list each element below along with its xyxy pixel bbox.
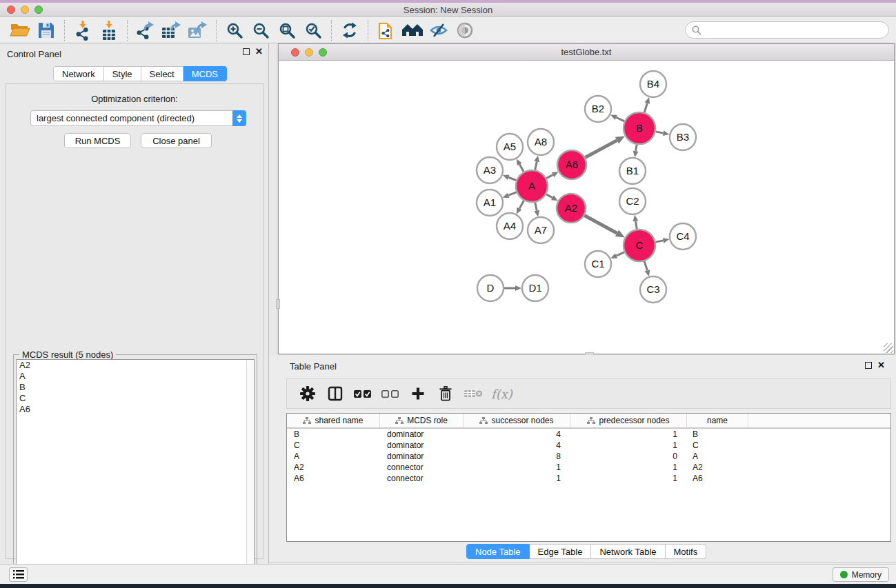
edge-A-A8[interactable]	[535, 161, 537, 170]
hide-details-icon[interactable]	[426, 19, 452, 41]
delete-column-icon[interactable]	[433, 382, 458, 405]
export-network-icon[interactable]	[132, 19, 159, 41]
show-graphics-icon[interactable]	[452, 19, 478, 41]
export-table-icon[interactable]	[159, 19, 185, 41]
main-toolbar	[0, 17, 896, 43]
edge-B-B4[interactable]	[644, 103, 647, 112]
arrowhead-icon	[663, 130, 670, 137]
tab-motifs[interactable]: Motifs	[666, 544, 707, 559]
edge-A2-C[interactable]	[584, 216, 617, 234]
table-row[interactable]: Bdominator41B	[287, 429, 890, 440]
tab-network-table[interactable]: Network Table	[591, 544, 665, 559]
tab-style[interactable]: Style	[104, 66, 141, 81]
export-image-icon[interactable]	[185, 19, 211, 41]
deselect-all-icon[interactable]	[378, 382, 403, 405]
table-cell: 1	[570, 474, 687, 483]
run-mcds-button[interactable]: Run MCDS	[64, 133, 131, 148]
column-header-MCDS-role[interactable]: MCDS role	[380, 414, 464, 427]
select-all-icon[interactable]	[350, 382, 375, 405]
splitter-handle[interactable]	[276, 299, 280, 309]
zoom-in-icon[interactable]	[221, 19, 248, 41]
add-column-icon[interactable]	[406, 382, 430, 405]
close-panel-icon[interactable]: ✕	[255, 48, 263, 55]
table-cell: A2	[687, 463, 748, 472]
node-label-B3: B3	[677, 131, 689, 143]
table-row[interactable]: A2connector11A2	[287, 462, 890, 473]
close-panel-button[interactable]: Close panel	[141, 133, 212, 148]
node-label-A7: A7	[535, 224, 547, 236]
task-history-button[interactable]	[9, 567, 28, 582]
edge-C-C3[interactable]	[644, 261, 647, 270]
edge-C-C4[interactable]	[656, 241, 664, 242]
network-canvas[interactable]: B4B2BB3A8A5A6A3B1AC2A1A2A4A7C4CC1C3DD1	[279, 61, 894, 354]
import-network-icon[interactable]	[70, 19, 96, 41]
table-row[interactable]: A6connector11A6	[287, 473, 890, 484]
column-header-successor-nodes[interactable]: successor nodes	[464, 414, 570, 427]
table-row[interactable]: Adominator80A	[287, 451, 890, 462]
open-file-icon[interactable]	[7, 19, 33, 41]
result-list-item[interactable]: B	[17, 382, 254, 393]
edge-A-A3[interactable]	[508, 177, 516, 180]
edge-A-A4[interactable]	[519, 201, 524, 209]
criterion-select[interactable]: largest connected component (directed)	[30, 110, 246, 126]
zoom-out-icon[interactable]	[248, 19, 274, 41]
network-graph[interactable]: B4B2BB3A8A5A6A3B1AC2A1A2A4A7C4CC1C3DD1	[279, 61, 894, 354]
tab-node-table[interactable]: Node Table	[466, 544, 530, 559]
node-label-B2: B2	[592, 103, 604, 114]
edge-A-A1[interactable]	[508, 192, 517, 196]
table-panel: Table Panel ✕ f(x) shared nameMCDS roles…	[270, 355, 896, 564]
table-cell: C	[687, 440, 748, 450]
result-list-item[interactable]: A	[17, 371, 254, 382]
tab-network[interactable]: Network	[53, 66, 104, 81]
search-field[interactable]	[685, 21, 889, 39]
edge-B-B2[interactable]	[616, 117, 624, 121]
tab-select[interactable]: Select	[141, 66, 183, 81]
memory-label: Memory	[852, 570, 882, 580]
node-table: shared nameMCDS rolesuccessor nodesprede…	[286, 413, 891, 542]
column-header-shared-name[interactable]: shared name	[287, 414, 380, 427]
edge-A-A6[interactable]	[546, 175, 552, 179]
node-label-C: C	[636, 239, 644, 251]
network-window-titlebar[interactable]: testGlobe.txt	[279, 44, 894, 61]
zoom-fit-icon[interactable]	[274, 19, 300, 41]
column-header-name[interactable]: name	[687, 414, 748, 427]
table-cell: 1	[464, 474, 570, 483]
edge-A6-B[interactable]	[585, 141, 617, 158]
tab-edge-table[interactable]: Edge Table	[530, 544, 592, 559]
table-row[interactable]: Cdominator41C	[287, 440, 890, 451]
result-scrollbar[interactable]	[246, 360, 254, 585]
memory-button[interactable]: Memory	[833, 567, 889, 582]
edge-B-B3[interactable]	[656, 132, 664, 133]
arrowhead-icon	[534, 155, 541, 162]
criterion-selected-value: largest connected component (directed)	[31, 113, 232, 123]
float-table-panel-icon[interactable]	[865, 362, 872, 369]
result-list-item[interactable]: A6	[17, 404, 254, 415]
edge-A-A7[interactable]	[535, 203, 537, 211]
optimization-criterion-label: Optimization criterion:	[6, 94, 263, 104]
mcds-result-title: MCDS result (5 nodes)	[19, 349, 116, 360]
result-list-item[interactable]: C	[17, 393, 254, 404]
network-overview-icon[interactable]	[373, 19, 399, 41]
cybrowser-home-icon[interactable]	[399, 19, 426, 41]
node-label-A3: A3	[484, 164, 496, 176]
float-panel-icon[interactable]	[243, 48, 250, 55]
edge-A-A5[interactable]	[519, 164, 524, 172]
column-visibility-icon[interactable]	[323, 382, 348, 405]
control-panel-title: Control Panel	[7, 49, 61, 59]
table-settings-gear-icon[interactable]	[295, 382, 320, 405]
tab-mcds[interactable]: MCDS	[183, 66, 227, 81]
column-header-predecessor-nodes[interactable]: predecessor nodes	[570, 414, 687, 427]
edge-B-B1[interactable]	[636, 145, 637, 152]
result-list-item[interactable]: A2	[17, 360, 254, 371]
table-cell: 4	[464, 440, 570, 450]
zoom-selected-icon[interactable]	[300, 19, 326, 41]
resize-grip-icon[interactable]	[884, 343, 893, 353]
edge-C-C1[interactable]	[616, 252, 624, 256]
search-input[interactable]	[706, 23, 888, 37]
refresh-layout-icon[interactable]	[337, 19, 363, 41]
import-table-icon[interactable]	[96, 19, 122, 41]
edge-C-C2[interactable]	[635, 221, 637, 230]
edge-A-A2[interactable]	[546, 194, 552, 198]
save-session-icon[interactable]	[33, 19, 59, 41]
close-table-panel-icon[interactable]: ✕	[877, 362, 885, 369]
